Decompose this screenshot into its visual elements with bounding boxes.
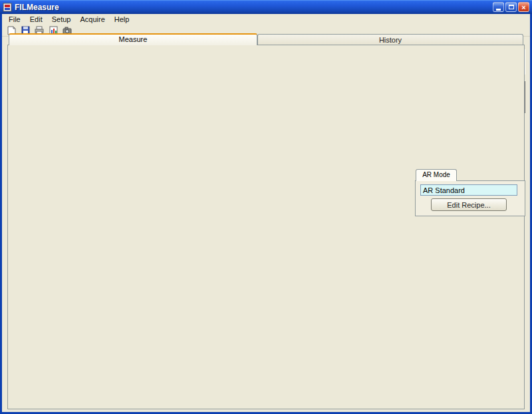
menu-bar: File Edit Setup Acquire Help xyxy=(2,14,530,25)
app-window: FILMeasure × File Edit Setup Acquire Hel… xyxy=(0,0,532,414)
recipe-input[interactable] xyxy=(420,184,517,196)
close-button[interactable]: × xyxy=(518,2,529,12)
menu-acquire[interactable]: Acquire xyxy=(75,15,109,24)
minimize-button[interactable] xyxy=(493,2,504,12)
tab-ar-mode[interactable]: AR Mode xyxy=(416,169,457,181)
maximize-button[interactable] xyxy=(505,2,517,12)
edit-recipe-button[interactable]: Edit Recipe... xyxy=(431,198,507,211)
app-icon xyxy=(3,3,12,12)
menu-help[interactable]: Help xyxy=(110,15,134,24)
measure-page xyxy=(7,45,525,409)
tab-history[interactable]: History xyxy=(257,34,523,45)
title-bar[interactable]: FILMeasure × xyxy=(0,0,532,14)
tab-measure[interactable]: Measure xyxy=(9,33,257,45)
minimize-icon xyxy=(496,9,501,11)
menu-edit[interactable]: Edit xyxy=(25,15,47,24)
client-area: File Edit Setup Acquire Help M xyxy=(2,14,530,412)
maximize-icon xyxy=(509,5,514,9)
menu-file[interactable]: File xyxy=(4,15,25,24)
menu-setup[interactable]: Setup xyxy=(47,15,76,24)
window-title: FILMeasure xyxy=(15,3,493,12)
